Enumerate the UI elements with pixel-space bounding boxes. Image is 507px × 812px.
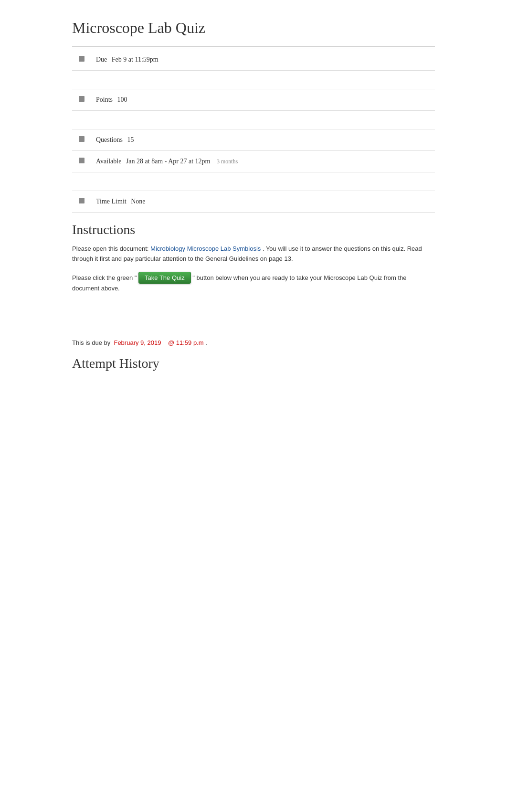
due-line-before: This is due by [72,339,110,346]
questions-row: Questions 15 [72,129,435,151]
time-limit-cell: Time Limit None [91,191,435,213]
due-cell: Due Feb 9 at 11:59pm [91,49,435,71]
instructions-title: Instructions [72,222,435,237]
due-value: Feb 9 at 11:59pm [112,56,158,63]
instructions-section: Instructions Please open this document: … [72,222,435,346]
due-label: Due [96,56,107,63]
questions-icon-cell [72,129,91,151]
points-row: Points 100 [72,89,435,111]
available-note: 3 months [217,158,238,165]
time-limit-row: Time Limit None [72,191,435,213]
due-time-highlight: @ 11:59 p.m [168,339,205,346]
separator-top [72,46,435,47]
page-title: Microscope Lab Quiz [72,19,435,37]
due-icon [79,56,84,62]
available-value: Jan 28 at 8am - Apr 27 at 12pm [126,158,211,165]
due-time-label: @ 11:59 p.m [168,339,204,346]
document-link[interactable]: Microbiology Microscope Lab Symbiosis [150,245,261,252]
time-limit-table: Time Limit None [72,191,435,213]
questions-value: 15 [127,136,134,143]
take-quiz-button[interactable]: Take The Quiz [138,272,191,284]
questions-icon [79,136,84,142]
instructions-paragraph2: Please click the green " Take The Quiz "… [72,272,435,294]
available-row: Available Jan 28 at 8am - Apr 27 at 12pm… [72,151,435,172]
points-table: Points 100 [72,89,435,111]
due-icon-cell [72,49,91,71]
questions-available-table: Questions 15 Available Jan 28 at 8am - A… [72,129,435,172]
available-icon-cell [72,151,91,172]
time-limit-value: None [131,198,145,205]
available-cell: Available Jan 28 at 8am - Apr 27 at 12pm… [91,151,435,172]
time-limit-label: Time Limit [96,198,127,205]
points-value: 100 [117,96,127,103]
due-line: This is due by February 9, 2019 @ 11:59 … [72,339,435,346]
instructions-p1-before: Please open this document: [72,245,150,252]
questions-label: Questions [96,136,123,143]
available-label: Available [96,158,121,165]
attempt-history-section: Attempt History [72,356,435,371]
info-table: Due Feb 9 at 11:59pm [72,49,435,71]
time-limit-icon-cell [72,191,91,213]
due-line-end: . [205,339,207,346]
points-icon [79,96,84,102]
due-row: Due Feb 9 at 11:59pm [72,49,435,71]
instructions-p2-before: Please click the green " [72,274,137,281]
due-date-highlight: February 9, 2019 [112,339,163,346]
points-cell: Points 100 [91,89,435,111]
attempt-history-title: Attempt History [72,356,435,371]
instructions-paragraph1: Please open this document: Microbiology … [72,244,435,264]
available-icon [79,158,84,163]
questions-cell: Questions 15 [91,129,435,151]
points-icon-cell [72,89,91,111]
points-label: Points [96,96,113,103]
time-limit-icon [79,198,84,203]
due-date-text: February 9, 2019 [114,339,161,346]
page-container: Microscope Lab Quiz Due Feb 9 at 11:59pm [63,0,444,390]
